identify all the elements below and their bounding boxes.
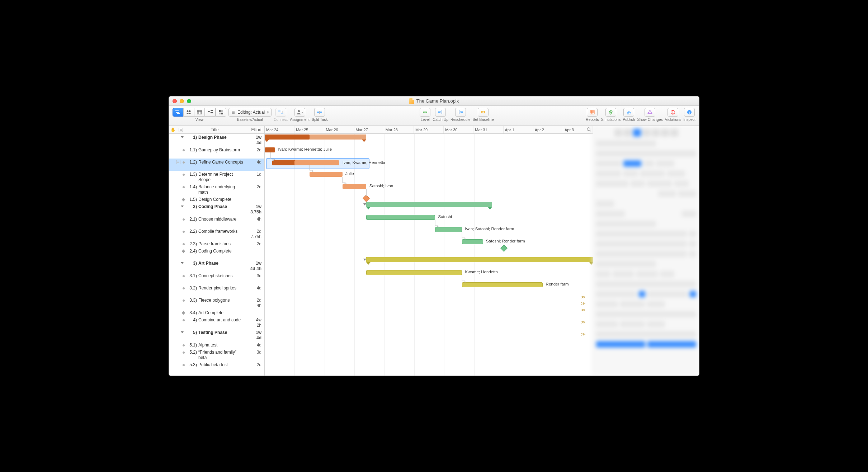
inspector-pane[interactable] [593,126,699,376]
row-title[interactable]: Coding Complete [198,248,245,254]
gantt-body[interactable]: Ivan; Kwame; Henrietta; JulieIvan; Kwame… [265,134,593,376]
row-title[interactable]: Combine art and code [198,317,245,323]
row-title[interactable]: Parse framistans [198,241,245,247]
bullet-icon[interactable] [169,285,186,289]
outline-row[interactable]: 1.3)Determine Project Scope1d [169,171,264,183]
outline-row[interactable]: 1.2)Refine Game Concepts4d [169,159,264,171]
milestone-icon[interactable] [169,310,186,314]
gantt-bar[interactable] [265,134,310,140]
gantt-bar[interactable] [435,227,462,232]
gantt-bar[interactable] [462,239,483,244]
chevron-down-icon[interactable] [363,259,366,261]
view-resource-button[interactable] [183,108,194,117]
gantt-bar[interactable] [343,184,367,189]
view-calendar-button[interactable] [194,108,205,117]
row-title[interactable]: Choose middleware [198,216,245,222]
bullet-icon[interactable] [169,184,186,188]
milestone-marker[interactable] [500,245,508,252]
zoom-icon[interactable] [586,127,591,133]
bullet-icon[interactable] [169,228,186,233]
gantt-bar[interactable] [294,160,339,165]
close-button[interactable] [173,99,177,103]
disclosure-icon[interactable] [169,330,186,333]
outline-row[interactable]: 1.1)Gameplay Brainstorm2d [169,146,264,159]
outline-row[interactable]: 2.4)Coding Complete [169,247,264,260]
split-task-button[interactable] [314,108,325,117]
gantt-bar[interactable] [265,147,275,152]
assignment-button[interactable]: ▼ [294,108,305,117]
row-title[interactable]: Fleece polygons [198,297,245,303]
minimize-button[interactable] [180,99,184,103]
row-title[interactable]: Art Complete [198,310,245,316]
hand-icon[interactable]: ✋ [169,127,177,132]
gantt-bar[interactable] [366,215,435,220]
outline-row[interactable]: 5)Testing Phase1w4d [169,329,264,341]
date-header[interactable]: Mar 25 [294,126,324,133]
row-title[interactable]: Alpha test [198,342,245,348]
row-title[interactable]: Coding Phase [198,204,245,209]
milestone-icon[interactable] [169,248,186,252]
outline-row[interactable]: 2)Coding Phase1w3.75h [169,203,264,216]
row-title[interactable]: Design Phase [198,134,245,140]
outline-row[interactable]: 3)Art Phase1w4d 4h [169,260,264,272]
row-title[interactable]: Concept sketches [198,273,245,279]
zoom-button[interactable] [187,99,191,103]
summary-bar[interactable] [366,202,492,207]
bullet-icon[interactable] [169,342,186,346]
row-title[interactable]: Design Complete [198,197,245,202]
row-title[interactable]: Compile frameworks [198,228,245,234]
simulations-button[interactable] [605,108,616,117]
milestone-marker[interactable] [363,195,370,202]
outline-row[interactable]: 5.2)“Friends and family” beta3d [169,349,264,361]
connect-button[interactable] [275,108,286,117]
outline-row[interactable]: 1)Design Phase1w4d [169,134,264,146]
level-button[interactable] [420,108,430,117]
chevron-down-icon[interactable] [363,203,366,206]
bullet-icon[interactable] [169,317,186,321]
date-header[interactable]: Mar 26 [324,126,354,133]
bullet-icon[interactable] [169,241,186,245]
bullet-icon[interactable] [169,297,186,302]
row-title[interactable]: “Friends and family” beta [198,349,245,360]
date-header[interactable]: Mar 29 [414,126,444,133]
row-title[interactable]: Render pixel sprites [198,285,245,291]
publish-button[interactable] [623,108,634,117]
gantt-bar[interactable] [366,270,462,275]
title-column-header[interactable]: Title [185,127,245,132]
outline-row[interactable]: 1.5)Design Complete [169,196,264,203]
date-header[interactable]: Mar 28 [384,126,414,133]
row-title[interactable]: Determine Project Scope [198,171,245,183]
outline-row[interactable]: 3.2)Render pixel sprites4d [169,284,264,297]
outline-row[interactable]: 3.4)Art Complete [169,309,264,316]
gantt-bar[interactable] [462,282,543,287]
row-title[interactable]: Refine Game Concepts [198,159,245,165]
note-column-icon[interactable] [177,128,185,132]
titlebar[interactable]: The Game Plan.oplx [169,96,699,106]
date-header[interactable]: Mar 27 [354,126,384,133]
outline-row[interactable]: 5.3)Public beta test2d [169,361,264,368]
outline-row[interactable]: 4)Combine art and code4w2h [169,316,264,329]
row-title[interactable]: Public beta test [198,362,245,368]
row-title[interactable]: Art Phase [198,260,245,266]
view-network-button[interactable] [205,108,216,117]
date-header[interactable]: Apr 2 [533,126,563,133]
date-header[interactable]: Mar 31 [473,126,503,133]
show-changes-button[interactable] [645,108,655,117]
reports-button[interactable] [587,108,598,117]
inspect-button[interactable]: i [684,108,695,117]
violations-button[interactable] [667,108,678,117]
outline-row[interactable]: 2.3)Parse framistans2d [169,240,264,247]
bullet-icon[interactable] [169,159,186,164]
milestone-icon[interactable] [169,197,186,201]
outline-body[interactable]: 1)Design Phase1w4d1.1)Gameplay Brainstor… [169,134,264,376]
view-styles-button[interactable] [216,108,226,117]
outline-row[interactable]: 2.2)Compile frameworks2d7.75h [169,228,264,240]
view-gantt-button[interactable] [173,108,183,117]
outline-row[interactable]: 1.4)Balance underlying math2d [169,183,264,196]
outline-row[interactable]: 3.3)Fleece polygons2d4h [169,297,264,309]
gantt-bar[interactable] [310,172,343,177]
disclosure-icon[interactable] [169,260,186,264]
bullet-icon[interactable] [169,273,186,277]
date-header[interactable]: Mar 30 [444,126,473,133]
set-baseline-button[interactable] [478,108,489,117]
